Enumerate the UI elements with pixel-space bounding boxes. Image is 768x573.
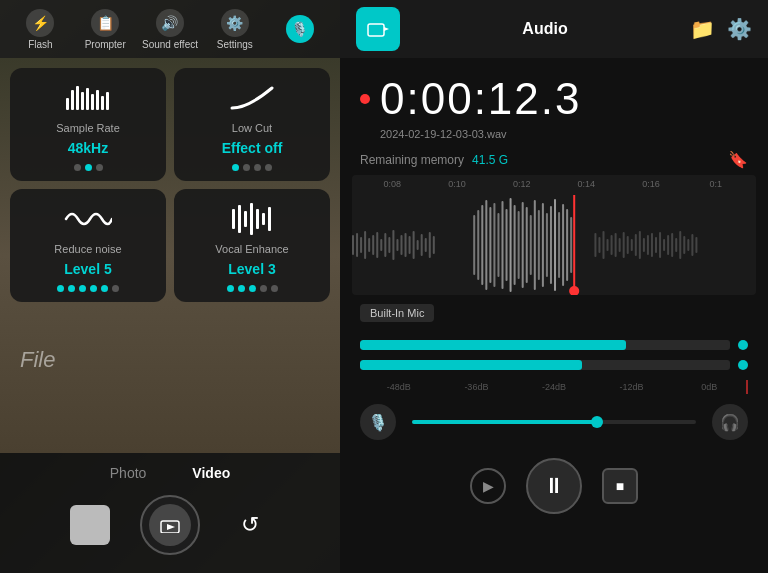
pause-button[interactable]: ⏸ — [526, 458, 582, 514]
filename-display: 2024-02-19-12-03-03.wav — [380, 128, 507, 140]
bookmark-icon[interactable]: 🔖 — [728, 150, 748, 169]
svg-rect-2 — [76, 86, 79, 110]
dot — [265, 164, 272, 171]
sample-rate-label: Sample Rate — [56, 122, 120, 134]
vocal-enhance-dots — [227, 285, 278, 292]
svg-rect-69 — [607, 239, 609, 251]
mic-info: Built-In Mic — [340, 295, 768, 330]
flash-label: Flash — [28, 39, 52, 50]
sample-rate-icon — [64, 80, 112, 116]
sample-rate-dots — [74, 164, 103, 171]
svg-rect-24 — [368, 238, 370, 252]
svg-rect-27 — [380, 239, 382, 251]
timeline[interactable]: 0:08 0:10 0:12 0:14 0:16 0:1 — [352, 175, 756, 295]
flash-button[interactable]: ⚡ Flash — [10, 9, 71, 50]
vocal-enhance-icon — [228, 201, 276, 237]
svg-rect-36 — [417, 240, 419, 250]
low-cut-card[interactable]: Low Cut Effect off — [174, 68, 330, 181]
volume-slider[interactable] — [412, 420, 696, 424]
svg-rect-83 — [663, 239, 665, 251]
svg-rect-25 — [372, 235, 374, 255]
svg-rect-68 — [602, 231, 604, 259]
db-label-3: -12dB — [593, 382, 671, 392]
dot — [232, 164, 239, 171]
svg-rect-51 — [514, 205, 516, 285]
play-button[interactable]: ▶ — [470, 468, 506, 504]
flash-icon: ⚡ — [26, 9, 54, 37]
settings-button[interactable]: ⚙️ Settings — [204, 9, 265, 50]
capture-row: ↺ — [0, 495, 340, 563]
svg-rect-71 — [615, 233, 617, 257]
video-mode-tab[interactable]: Video — [184, 463, 238, 483]
memory-label: Remaining memory — [360, 153, 464, 167]
timeline-ticks: 0:08 0:10 0:12 0:14 0:16 0:1 — [352, 179, 756, 189]
svg-rect-14 — [262, 213, 265, 225]
flip-camera-button[interactable]: ↺ — [230, 505, 270, 545]
dot — [112, 285, 119, 292]
audio-toolbar: Audio 📁 ⚙️ — [340, 0, 768, 58]
svg-rect-78 — [643, 238, 645, 252]
capture-button[interactable] — [140, 495, 200, 555]
svg-rect-82 — [659, 232, 661, 258]
headphone-button[interactable]: 🎧 — [712, 404, 748, 440]
svg-rect-21 — [356, 233, 358, 257]
svg-rect-39 — [429, 232, 431, 258]
svg-rect-42 — [477, 210, 479, 280]
svg-rect-74 — [627, 236, 629, 254]
dot — [260, 285, 267, 292]
folder-icon[interactable]: 📁 — [690, 17, 715, 41]
svg-rect-22 — [360, 237, 362, 253]
photo-mode-tab[interactable]: Photo — [102, 463, 155, 483]
settings-cards: Sample Rate 48kHz Low Cut Effect off — [10, 68, 330, 302]
vocal-enhance-value: Level 3 — [228, 261, 275, 277]
svg-rect-15 — [268, 207, 271, 231]
stop-button[interactable]: ■ — [602, 468, 638, 504]
low-cut-icon — [228, 80, 276, 116]
camera-toolbar: ⚡ Flash 📋 Prompter 🔊 Sound effect ⚙️ Set… — [0, 0, 340, 58]
prompter-button[interactable]: 📋 Prompter — [75, 9, 136, 50]
svg-rect-47 — [497, 213, 499, 277]
low-cut-dots — [232, 164, 272, 171]
level-meters — [340, 330, 768, 380]
record-indicator — [360, 94, 370, 104]
db-label-4: 0dB — [670, 382, 748, 392]
waveform-container — [352, 195, 756, 295]
vocal-enhance-card[interactable]: Vocal Enhance Level 3 — [174, 189, 330, 302]
svg-rect-31 — [396, 239, 398, 251]
svg-rect-18 — [368, 24, 384, 36]
meter-bar-container-2 — [360, 360, 730, 370]
mic-button[interactable]: 🎙️ — [269, 15, 330, 43]
tick-4: 0:16 — [619, 179, 684, 189]
meter-dot-1 — [738, 340, 748, 350]
prompter-icon: 📋 — [91, 9, 119, 37]
dot — [85, 164, 92, 171]
svg-rect-5 — [91, 94, 94, 110]
svg-rect-6 — [96, 90, 99, 110]
sound-effect-button[interactable]: 🔊 Sound effect — [140, 9, 201, 50]
reduce-noise-card[interactable]: Reduce noise Level 5 — [10, 189, 166, 302]
low-cut-value: Effect off — [222, 140, 283, 156]
dot — [57, 285, 64, 292]
sample-rate-card[interactable]: Sample Rate 48kHz — [10, 68, 166, 181]
tick-2: 0:12 — [489, 179, 554, 189]
svg-rect-60 — [550, 206, 552, 284]
dot — [243, 164, 250, 171]
svg-rect-77 — [639, 231, 641, 259]
reduce-noise-label: Reduce noise — [54, 243, 121, 255]
camera-switch-button[interactable] — [356, 7, 400, 51]
svg-rect-35 — [413, 231, 415, 259]
svg-rect-88 — [683, 236, 685, 254]
meter-dot-2 — [738, 360, 748, 370]
audio-title: Audio — [400, 20, 690, 38]
dot — [238, 285, 245, 292]
tick-3: 0:14 — [554, 179, 619, 189]
input-mic-button[interactable]: 🎙️ — [360, 404, 396, 440]
vocal-enhance-label: Vocal Enhance — [215, 243, 288, 255]
transport-controls: ▶ ⏸ ■ — [340, 450, 768, 526]
dot — [249, 285, 256, 292]
svg-rect-81 — [655, 237, 657, 253]
svg-rect-58 — [542, 203, 544, 287]
svg-rect-12 — [250, 203, 253, 235]
audio-settings-icon[interactable]: ⚙️ — [727, 17, 752, 41]
svg-rect-40 — [433, 236, 435, 254]
